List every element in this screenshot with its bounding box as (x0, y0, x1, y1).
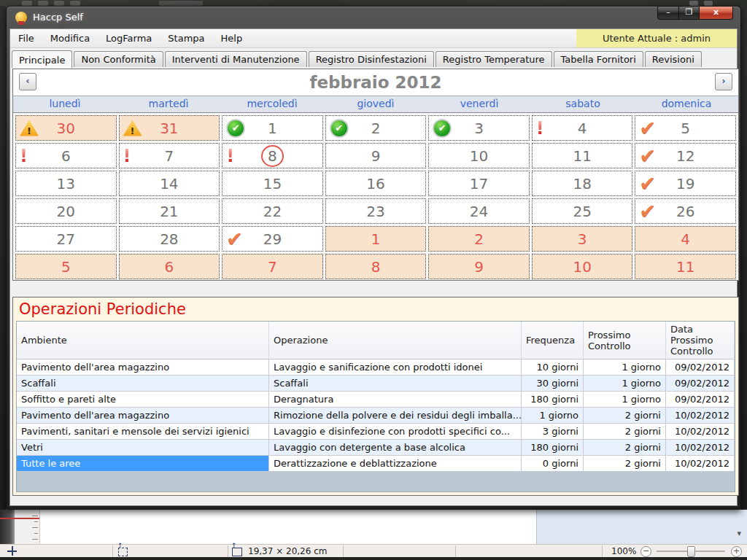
table-cell[interactable]: 2 giorni (584, 408, 666, 424)
table-cell[interactable]: Scaffali (17, 376, 269, 392)
tab-tabella-fornitori[interactable]: Tabella Fornitori (554, 51, 643, 67)
calendar-day-22[interactable]: 22 (222, 198, 323, 224)
menu-item-stampa[interactable]: Stampa (160, 29, 212, 47)
table-cell[interactable]: 1 giorno (584, 359, 666, 376)
calendar-day-next-2[interactable]: 2 (428, 226, 530, 252)
calendar-day-3[interactable]: ✔3 (428, 115, 530, 141)
previous-month-button[interactable]: ‹ (19, 73, 36, 90)
calendar-day-16[interactable]: 16 (325, 171, 427, 196)
calendar-day-5[interactable]: ✔5 (635, 115, 736, 141)
calendar-day-29[interactable]: ✔29 (222, 226, 323, 252)
menu-item-logfarma[interactable]: LogFarma (98, 29, 160, 47)
calendar-day-prev-31[interactable]: !31 (119, 115, 220, 141)
table-cell[interactable]: 09/02/2012 (666, 376, 735, 392)
calendar-day-25[interactable]: 25 (532, 198, 633, 224)
zoom-slider-thumb[interactable] (687, 546, 695, 557)
calendar-day-next-10[interactable]: 10 (532, 254, 633, 279)
table-cell[interactable]: 1 giorno (584, 392, 666, 408)
table-cell[interactable]: 0 giorni (522, 456, 584, 472)
column-header-operazione[interactable]: Operazione (269, 322, 522, 359)
calendar-day-prev-30[interactable]: !30 (15, 115, 117, 141)
minimize-button[interactable]: – (657, 7, 679, 20)
column-header-data-prossimo-controllo[interactable]: Data Prossimo Controllo (666, 322, 735, 359)
selection-tool-icon[interactable] (118, 548, 128, 556)
calendar-day-26[interactable]: ✔26 (635, 198, 736, 224)
calendar-day-2[interactable]: ✔2 (325, 115, 427, 141)
table-cell[interactable]: Pavimento dell'area magazzino (17, 408, 269, 424)
table-cell[interactable]: 30 giorni (522, 376, 584, 392)
calendar-day-19[interactable]: ✔19 (635, 171, 736, 196)
table-cell[interactable]: 10/02/2012 (666, 440, 735, 456)
calendar-day-18[interactable]: 18 (532, 171, 633, 196)
calendar-day-next-9[interactable]: 9 (428, 254, 530, 279)
table-cell[interactable]: Pavimento dell'area magazzino (17, 359, 269, 376)
table-cell[interactable]: 2 giorni (584, 424, 666, 440)
tab-principale[interactable]: Principale (12, 50, 72, 68)
table-cell[interactable]: 10 giorni (522, 359, 584, 376)
tab-registro-temperature[interactable]: Registro Temperature (436, 51, 552, 67)
calendar-day-8[interactable]: !8 (222, 143, 323, 168)
calendar-day-10[interactable]: 10 (428, 143, 530, 168)
tab-revisioni[interactable]: Revisioni (645, 51, 702, 67)
move-tool-icon[interactable] (7, 546, 17, 556)
menu-item-modifica[interactable]: Modifica (42, 29, 98, 47)
table-cell[interactable]: Vetri (17, 440, 269, 456)
table-cell[interactable]: 09/02/2012 (666, 359, 735, 376)
calendar-day-27[interactable]: 27 (15, 226, 117, 252)
table-cell[interactable]: 10/02/2012 (666, 456, 735, 472)
table-cell[interactable]: 09/02/2012 (666, 392, 735, 408)
calendar-day-14[interactable]: 14 (119, 171, 220, 196)
tab-non-conformità[interactable]: Non Conformità (74, 51, 163, 67)
calendar-day-next-6[interactable]: 6 (119, 254, 220, 279)
calendar-day-next-7[interactable]: 7 (222, 254, 323, 279)
table-cell[interactable]: 180 giorni (522, 392, 584, 408)
chevron-down-icon[interactable]: ▾ (737, 529, 741, 538)
calendar-day-next-5[interactable]: 5 (15, 254, 117, 279)
zoom-in-button[interactable]: + (731, 546, 742, 557)
table-cell[interactable]: 2 giorni (584, 440, 666, 456)
table-cell[interactable]: 1 giorno (522, 408, 584, 424)
calendar-day-11[interactable]: 11 (532, 143, 633, 168)
menu-item-help[interactable]: Help (213, 29, 251, 47)
table-cell[interactable]: 10/02/2012 (666, 408, 735, 424)
table-cell[interactable]: Lavaggio e disinfezione con prodotti spe… (269, 424, 522, 440)
table-cell[interactable]: Lavaggio con detergente a base alcolica (269, 440, 522, 456)
calendar-day-6[interactable]: !6 (15, 143, 117, 168)
calendar-day-7[interactable]: !7 (119, 143, 220, 168)
table-cell[interactable]: Tutte le aree (17, 456, 269, 472)
column-header-prossimo-controllo[interactable]: Prossimo Controllo (584, 322, 666, 359)
calendar-day-next-4[interactable]: 4 (635, 226, 736, 252)
table-cell[interactable]: 10/02/2012 (666, 424, 735, 440)
table-cell[interactable]: Pavimenti, sanitari e mensole dei serviz… (17, 424, 269, 440)
table-cell[interactable]: 3 giorni (522, 424, 584, 440)
table-cell[interactable]: 180 giorni (522, 440, 584, 456)
calendar-day-9[interactable]: 9 (325, 143, 427, 168)
column-header-ambiente[interactable]: Ambiente (17, 322, 269, 359)
table-cell[interactable]: 1 giorno (584, 376, 666, 392)
close-button[interactable]: x (700, 7, 733, 20)
table-cell[interactable]: Soffitto e pareti alte (17, 392, 269, 408)
table-cell[interactable]: Scaffali (269, 376, 522, 392)
calendar-day-next-11[interactable]: 11 (635, 254, 736, 279)
calendar-day-next-1[interactable]: 1 (325, 226, 427, 252)
zoom-out-button[interactable]: − (640, 546, 651, 557)
calendar-day-23[interactable]: 23 (325, 198, 427, 224)
table-cell[interactable]: Derattizzazione e deblattizzazione (269, 456, 522, 472)
calendar-day-21[interactable]: 21 (119, 198, 220, 224)
calendar-day-next-8[interactable]: 8 (325, 254, 427, 279)
calendar-day-1[interactable]: ✔1 (222, 115, 323, 141)
calendar-day-15[interactable]: 15 (222, 171, 323, 196)
tab-interventi-di-manutenzione[interactable]: Interventi di Manutenzione (165, 51, 307, 67)
calendar-day-13[interactable]: 13 (15, 171, 117, 196)
calendar-day-17[interactable]: 17 (428, 171, 530, 196)
calendar-day-24[interactable]: 24 (428, 198, 530, 224)
menu-item-file[interactable]: File (10, 29, 42, 47)
calendar-day-4[interactable]: !4 (532, 115, 633, 141)
table-cell[interactable]: Deragnatura (269, 392, 522, 408)
maximize-button[interactable]: ❐ (679, 7, 700, 20)
column-header-frequenza[interactable]: Frequenza (522, 322, 584, 359)
next-month-button[interactable]: › (715, 73, 732, 90)
table-cell[interactable]: 2 giorni (584, 456, 666, 472)
calendar-day-20[interactable]: 20 (15, 198, 117, 224)
table-cell[interactable]: Lavaggio e sanificazione con prodotti id… (269, 359, 522, 376)
